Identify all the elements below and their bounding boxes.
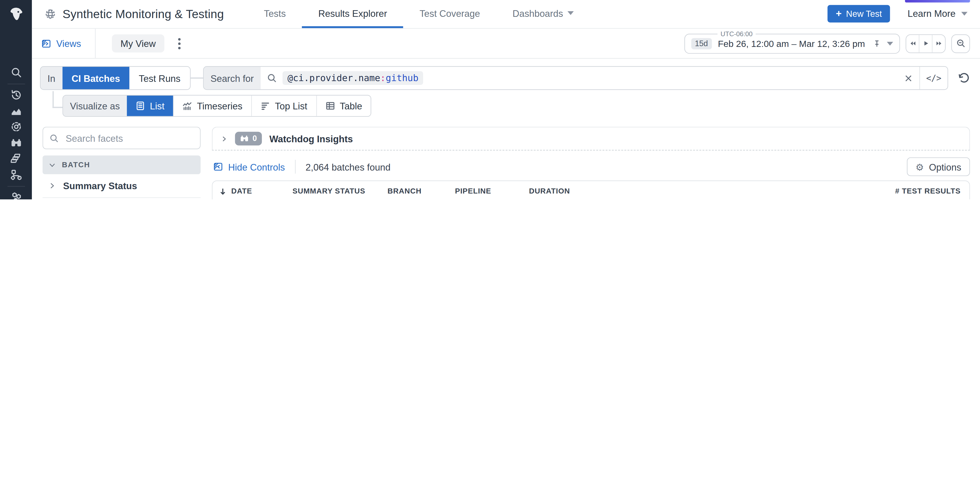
explorer-content: In CI BatchesTest Runs Search for @ci.pr… [32,59,980,199]
column-branch[interactable]: BRANCH [387,187,455,195]
facet-search-input[interactable] [64,132,194,144]
chevron-down-icon [49,162,56,168]
rail-divider [7,83,25,84]
column-test-results[interactable]: # TEST RESULTS [880,187,969,195]
facet-group-batch[interactable]: BATCH [43,155,201,174]
icon-rail-groups: $ [0,64,32,199]
options-button[interactable]: ⚙ Options [907,157,970,176]
table-header: DATE SUMMARY STATUS BRANCH PIPELINE DURA… [213,181,969,199]
tab-results-explorer[interactable]: Results Explorer [302,0,403,28]
results-column: 0 Watchdog Insights Hide Controls [212,127,970,199]
column-pipeline[interactable]: PIPELINE [455,187,515,195]
zoom-out-button[interactable] [951,34,970,52]
scope-ci-batches[interactable]: CI Batches [62,67,129,89]
scope-test-runs[interactable]: Test Runs [129,67,190,89]
metrics-icon[interactable] [0,103,32,119]
time-play-button[interactable] [919,35,932,52]
pin-icon[interactable] [873,39,881,48]
timezone-label: UTC-06:00 [718,30,756,37]
tab-test-coverage[interactable]: Test Coverage [403,0,496,28]
query-separator: : [380,73,386,83]
tab-tests[interactable]: Tests [248,0,302,28]
search-icon[interactable] [0,64,32,80]
time-controls: UTC-06:00 15d Feb 26, 12:00 am – Mar 12,… [684,33,970,53]
service-map-icon[interactable] [0,167,32,182]
facet-list: BATCHSummary StatusDurationIDWait TimeCI… [43,155,201,200]
chevron-down-icon [961,11,967,15]
clear-search-icon[interactable] [904,73,913,83]
chevron-right-icon [49,182,56,189]
view-menu-kebab-icon[interactable] [176,35,183,52]
column-summary-status[interactable]: SUMMARY STATUS [293,187,387,195]
new-test-button[interactable]: + New Test [828,5,890,23]
containers-icon[interactable] [0,151,32,166]
view-bar: Views My View UTC-06:00 15d Feb 26, 12:0… [32,29,980,59]
learn-more-accent-bar [905,0,970,3]
controls-row: Hide Controls 2,064 batches found ⚙ Opti… [212,157,970,177]
in-label: In [41,67,62,89]
views-panel-icon [41,38,51,48]
query-value: github [386,73,418,83]
search-for-label: Search for [204,67,261,89]
search-bar: Search for @ci.provider.name:github </> [203,66,948,90]
watchdog-label: Watchdog Insights [269,133,353,144]
tab-dashboards[interactable]: Dashboards [496,0,590,28]
facet-duration[interactable]: Duration [43,198,201,199]
time-forward-button[interactable] [932,35,945,52]
plus-icon: + [836,10,842,18]
facet-summary-status[interactable]: Summary Status [43,174,201,198]
time-range-picker[interactable]: UTC-06:00 15d Feb 26, 12:00 am – Mar 12,… [684,33,900,53]
raw-query-icon[interactable]: </> [919,67,947,89]
query-token[interactable]: @ci.provider.name:github [283,71,423,85]
page-title: Synthetic Monitoring & Testing [62,7,224,21]
tab-label: Dashboards [512,8,563,19]
viz-table[interactable]: Table [316,96,371,116]
time-backward-button[interactable] [906,35,919,52]
gear-icon: ⚙ [915,162,924,171]
chevron-down-icon[interactable] [887,41,893,45]
results-table: DATE SUMMARY STATUS BRANCH PIPELINE DURA… [212,181,970,200]
facet-panel: BATCHSummary StatusDurationIDWait TimeCI… [43,127,201,199]
views-button[interactable]: Views [41,38,95,49]
watchdog-icon[interactable] [0,135,32,151]
infrastructure-icon[interactable] [0,189,32,199]
reset-query-icon[interactable] [958,72,970,84]
connector-line [52,91,54,108]
learn-more-button[interactable]: Learn More [905,0,970,19]
current-view-chip[interactable]: My View [112,35,165,52]
time-range-text: Feb 26, 12:00 am – Mar 12, 3:26 pm [718,38,865,48]
software-delivery-icon[interactable] [0,119,32,135]
visualize-row: Visualize as ListTimeseriesTop ListTable [62,95,970,117]
column-date[interactable]: DATE [213,187,293,195]
app-root: $ ? Help Synthetic Monitoring & Testing … [0,0,980,200]
column-duration[interactable]: DURATION [515,187,570,195]
synthetics-globe-icon [45,8,56,20]
viz-timeseries[interactable]: Timeseries [173,96,251,116]
search-icon [49,133,59,143]
page: Synthetic Monitoring & Testing TestsResu… [32,0,980,200]
title-wrap: Synthetic Monitoring & Testing [45,7,224,21]
divider [95,29,95,58]
results-summary: 2,064 batches found [305,162,390,172]
datadog-logo[interactable] [5,4,27,25]
viz-label: Timeseries [197,100,242,111]
time-nav-group [906,34,946,52]
sort-descending-icon [219,187,227,195]
viz-list[interactable]: List [127,96,173,116]
top-header: Synthetic Monitoring & Testing TestsResu… [32,0,980,29]
search-input[interactable]: @ci.provider.name:github [261,67,919,89]
hide-controls-button[interactable]: Hide Controls [212,162,285,172]
global-nav-rail: $ ? Help [0,0,32,200]
facet-label: Summary Status [63,181,137,191]
views-label: Views [56,38,81,49]
header-tabs: TestsResults ExplorerTest CoverageDashbo… [248,0,590,28]
watchdog-insights-panel[interactable]: 0 Watchdog Insights [212,127,970,151]
range-shortcut-chip[interactable]: 15d [691,38,711,49]
recent-history-icon[interactable] [0,87,32,103]
body-flex: BATCHSummary StatusDurationIDWait TimeCI… [40,127,970,199]
new-test-label: New Test [846,9,882,19]
viz-table-icon [325,101,335,111]
search-icon [267,73,277,83]
visualize-group: Visualize as ListTimeseriesTop ListTable [62,95,372,117]
viz-top-list[interactable]: Top List [251,96,316,116]
